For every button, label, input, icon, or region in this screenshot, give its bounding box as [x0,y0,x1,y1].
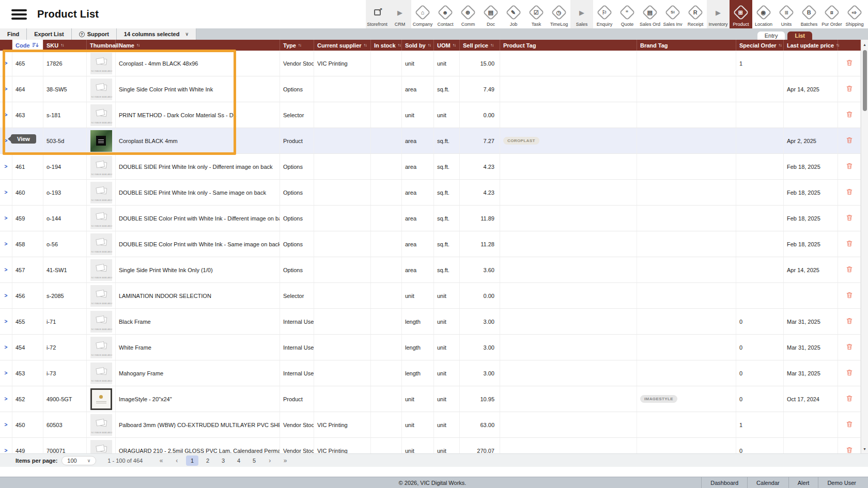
nav-item-inventory[interactable]: ▶Inventory [707,0,730,28]
row-expand-icon[interactable]: > [5,293,8,298]
nav-item-storefront[interactable]: ↗Storefront [366,0,389,28]
nav-item-location[interactable]: ◉Location [752,0,775,28]
delete-row-button[interactable] [845,420,854,430]
delete-row-button[interactable] [845,291,854,301]
column-header-sold_by[interactable]: Sold by↑↓ [402,40,434,51]
nav-item-receipt[interactable]: RReceipt [684,0,707,28]
nav-item-quote[interactable]: “Quote [616,0,639,28]
table-row[interactable]: >462503-5dCoroplast BLACK 4mmProductarea… [0,128,868,154]
table-row[interactable]: >461o-194NO IMAGE AVAILABLEDOUBLE SIDE P… [0,154,868,180]
nav-item-product[interactable]: ⊞Product [730,0,752,28]
column-header-in_stock[interactable]: In stock↑↓ [371,40,402,51]
page-button-3[interactable]: 3 [217,455,229,466]
nav-item-batches[interactable]: BBatches [798,0,820,28]
row-expand-icon[interactable]: > [5,215,8,221]
table-row[interactable]: >463s-181NO IMAGE AVAILABLEPRINT METHOD … [0,102,868,128]
table-row[interactable]: >46438-SW5NO IMAGE AVAILABLESingle Side … [0,76,868,102]
nav-item-job[interactable]: ✎Job [502,0,525,28]
product-photo-thumbnail[interactable] [90,388,112,410]
row-expand-icon[interactable]: > [5,241,8,247]
no-image-thumbnail[interactable]: NO IMAGE AVAILABLE [90,337,112,358]
first-page-button[interactable]: « [155,455,167,466]
column-header-type[interactable]: Type↑↓ [280,40,314,51]
row-expand-icon[interactable]: > [5,190,8,195]
product-photo-thumbnail[interactable] [90,130,112,152]
row-expand-icon[interactable]: > [5,86,8,92]
table-row[interactable]: >4524900-5GTImageStyle - 20"x24"Productu… [0,386,868,412]
row-expand-icon[interactable]: > [5,370,8,376]
table-row[interactable]: >454i-72NO IMAGE AVAILABLEWhite FrameInt… [0,335,868,360]
delete-row-button[interactable] [845,84,854,95]
nav-item-task[interactable]: ☑Task [525,0,548,28]
scroll-up-icon[interactable]: ▲ [861,41,868,48]
column-header-special_order[interactable]: Special Order↑↓ [736,40,784,51]
no-image-thumbnail[interactable]: NO IMAGE AVAILABLE [90,440,112,454]
tab-list[interactable]: List [787,32,812,40]
scroll-down-icon[interactable]: ▼ [861,445,868,452]
row-expand-icon[interactable]: > [5,60,8,66]
table-row[interactable]: >453i-73NO IMAGE AVAILABLEMahogany Frame… [0,360,868,386]
last-page-button[interactable]: » [279,455,291,466]
no-image-thumbnail[interactable]: NO IMAGE AVAILABLE [90,104,112,126]
row-expand-icon[interactable]: > [5,138,8,144]
delete-row-button[interactable] [845,58,854,69]
find-button[interactable]: Find [0,28,27,40]
items-per-page-select[interactable]: 100 ∨ [61,456,96,465]
delete-row-button[interactable] [845,342,854,353]
table-row[interactable]: >455i-71NO IMAGE AVAILABLEBlack FrameInt… [0,309,868,335]
column-header-sku[interactable]: SKU↑↓ [43,40,87,51]
no-image-thumbnail[interactable]: NO IMAGE AVAILABLE [90,259,112,281]
table-row[interactable]: >458o-56NO IMAGE AVAILABLEDOUBLE SIDE Co… [0,231,868,257]
page-button-5[interactable]: 5 [248,455,260,466]
delete-row-button[interactable] [845,317,854,327]
menu-icon[interactable] [11,9,27,20]
footer-link-alert[interactable]: Alert [788,477,818,488]
row-expand-icon[interactable]: > [5,344,8,350]
nav-item-enquiry[interactable]: ⚐Enquiry [593,0,616,28]
column-header-uom[interactable]: UOM↑↓ [434,40,460,51]
nav-item-shipping[interactable]: ⇨Shipping [843,0,866,28]
nav-item-comm[interactable]: ⊕Comm [457,0,479,28]
no-image-thumbnail[interactable]: NO IMAGE AVAILABLE [90,208,112,229]
page-button-2[interactable]: 2 [202,455,214,466]
table-row[interactable]: >459o-144NO IMAGE AVAILABLEDOUBLE SIDE C… [0,206,868,231]
column-header-name[interactable]: Name↑↓ [116,40,280,51]
table-row[interactable]: >45741-SW1NO IMAGE AVAILABLESingle Side … [0,257,868,283]
delete-row-button[interactable] [845,394,854,404]
columns-selector-dropdown[interactable]: 14 columns selected∨ [117,28,196,40]
row-expand-icon[interactable]: > [5,422,8,428]
table-row[interactable]: >460o-193NO IMAGE AVAILABLEDOUBLE SIDE P… [0,180,868,206]
support-button[interactable]: ?Support [72,28,117,40]
column-header-supplier[interactable]: Current supplier↑↓ [314,40,371,51]
nav-item-sales-inv[interactable]: SiSales Inv [661,0,684,28]
nav-item-pur-order[interactable]: ¤Pur Order [820,0,843,28]
row-expand-icon[interactable]: > [5,267,8,273]
page-button-1[interactable]: 1 [186,455,198,466]
delete-row-button[interactable] [845,239,854,249]
footer-link-calendar[interactable]: Calendar [747,477,788,488]
footer-link-demo-user[interactable]: Demo User [818,477,865,488]
table-row[interactable]: >456s-2085NO IMAGE AVAILABLELAMINATION I… [0,283,868,309]
footer-link-dashboard[interactable]: Dashboard [701,477,747,488]
row-expand-icon[interactable]: > [5,164,8,169]
prev-page-button[interactable]: ‹ [171,455,183,466]
nav-item-units[interactable]: |||Units [775,0,798,28]
row-expand-icon[interactable]: > [5,319,8,324]
table-scrollbar[interactable]: ▲ ▼ [861,40,868,453]
no-image-thumbnail[interactable]: NO IMAGE AVAILABLE [90,233,112,255]
delete-row-button[interactable] [845,187,854,198]
nav-item-doc[interactable]: ▤Doc [479,0,502,28]
column-header-code[interactable]: Code [12,40,43,51]
no-image-thumbnail[interactable]: NO IMAGE AVAILABLE [90,53,112,74]
page-button-4[interactable]: 4 [233,455,245,466]
no-image-thumbnail[interactable]: NO IMAGE AVAILABLE [90,414,112,436]
nav-item-sales-ord[interactable]: ▤Sales Ord [639,0,661,28]
export-list-button[interactable]: Export List [27,28,71,40]
no-image-thumbnail[interactable]: NO IMAGE AVAILABLE [90,285,112,307]
row-expand-icon[interactable]: > [5,448,8,453]
nav-item-sales[interactable]: ▶Sales [570,0,593,28]
delete-row-button[interactable] [845,110,854,120]
scrollbar-thumb[interactable] [863,50,867,111]
no-image-thumbnail[interactable]: NO IMAGE AVAILABLE [90,311,112,333]
delete-row-button[interactable] [845,213,854,224]
